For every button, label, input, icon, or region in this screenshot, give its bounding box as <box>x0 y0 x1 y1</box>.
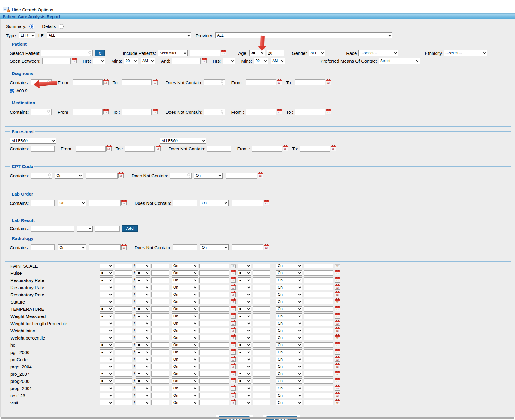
medication-from-input[interactable] <box>73 109 103 115</box>
vital-on2-select[interactable]: On <box>276 328 302 333</box>
calendar-icon[interactable] <box>335 400 340 405</box>
vital-value3-input[interactable] <box>253 270 270 276</box>
calendar-icon[interactable] <box>335 299 340 304</box>
calendar-icon[interactable] <box>335 357 340 362</box>
calendar-icon[interactable] <box>106 146 112 151</box>
radiology-dnc-on-select[interactable]: On <box>200 244 229 250</box>
vital-date1-input[interactable] <box>199 321 229 326</box>
vital-value2-input[interactable] <box>151 364 169 369</box>
vital-value3-input[interactable] <box>253 321 270 326</box>
vital-value1-input[interactable] <box>115 386 132 391</box>
vital-eq-select[interactable]: = <box>100 321 113 326</box>
vital-eq2-select[interactable]: = <box>136 278 150 283</box>
vital-on-select[interactable]: On <box>172 371 198 376</box>
calendar-icon[interactable] <box>231 350 236 355</box>
vital-eq2-select[interactable]: = <box>136 350 150 355</box>
vital-date2-input[interactable] <box>304 400 333 405</box>
vital-value2-input[interactable] <box>151 278 169 283</box>
vital-eq2-select[interactable]: = <box>136 400 150 405</box>
vital-eq2-select[interactable]: = <box>136 364 150 369</box>
provider-select[interactable]: ALL <box>215 32 392 38</box>
vital-date1-input[interactable] <box>199 357 229 362</box>
calendar-icon[interactable] <box>231 386 236 391</box>
vital-value1-input[interactable] <box>115 292 132 297</box>
mins-select-2[interactable]: 00 <box>254 58 268 64</box>
vital-eq-select[interactable]: = <box>100 350 113 355</box>
vital-eq3-select[interactable]: = <box>238 342 251 348</box>
vital-eq3-select[interactable]: = <box>238 378 251 384</box>
calendar-icon[interactable] <box>335 314 340 319</box>
ampm-select[interactable]: AM <box>141 58 155 64</box>
vital-value2-input[interactable] <box>151 335 169 340</box>
radiology-date-input[interactable] <box>89 244 121 250</box>
vital-on2-select[interactable]: On <box>276 314 302 319</box>
vital-value3-input[interactable] <box>253 393 270 398</box>
vital-on2-select[interactable]: On <box>276 378 302 384</box>
vital-on2-select[interactable]: On <box>276 357 302 362</box>
vital-on-select[interactable]: On <box>172 292 198 297</box>
vital-eq2-select[interactable]: = <box>136 378 150 384</box>
diagnosis-to-input[interactable] <box>122 80 152 86</box>
vital-on-select[interactable]: On <box>172 328 198 333</box>
vital-value2-input[interactable] <box>151 400 169 405</box>
calendar-icon[interactable] <box>231 314 236 319</box>
vital-date1-input[interactable] <box>199 299 229 304</box>
vital-on-select[interactable]: On <box>172 285 198 290</box>
vital-date2-input[interactable] <box>304 292 333 297</box>
vital-eq3-select[interactable]: = <box>238 306 251 312</box>
calendar-icon[interactable] <box>221 51 226 56</box>
lab-order-date-input[interactable] <box>89 200 121 206</box>
calendar-icon[interactable] <box>277 80 282 85</box>
vital-eq3-select[interactable]: = <box>238 371 251 376</box>
calendar-icon[interactable] <box>335 264 340 268</box>
calendar-icon[interactable] <box>335 393 340 398</box>
diagnosis-dnc-from-input[interactable] <box>246 80 276 86</box>
include-patients-select[interactable]: Seen After <box>158 50 188 56</box>
vital-on2-select[interactable]: On <box>276 393 302 398</box>
vital-on2-select[interactable]: On <box>276 364 302 369</box>
vital-value2-input[interactable] <box>151 371 169 376</box>
vital-eq3-select[interactable]: = <box>238 364 251 369</box>
vital-date1-input[interactable] <box>199 378 229 384</box>
calendar-icon[interactable] <box>231 321 236 326</box>
facesheet-dnc-from-input[interactable] <box>252 146 282 152</box>
facesheet-from-input[interactable] <box>76 146 106 152</box>
vital-on-select[interactable]: On <box>172 299 198 304</box>
vital-date1-input[interactable] <box>199 270 229 276</box>
vital-on2-select[interactable]: On <box>276 292 302 297</box>
vital-value2-input[interactable] <box>151 350 169 355</box>
vital-date2-input[interactable] <box>304 306 333 312</box>
vital-value2-input[interactable] <box>151 285 169 290</box>
vital-date2-input[interactable] <box>304 285 333 290</box>
calendar-icon[interactable] <box>231 285 236 290</box>
vital-value3-input[interactable] <box>253 364 270 369</box>
vital-value3-input[interactable] <box>253 400 270 405</box>
vital-date1-input[interactable] <box>199 292 229 297</box>
vital-on-select[interactable]: On <box>172 400 198 405</box>
vital-eq3-select[interactable]: = <box>238 400 251 405</box>
radiology-dnc-input[interactable] <box>173 244 197 250</box>
vital-eq-select[interactable]: = <box>100 292 113 297</box>
vital-value3-input[interactable] <box>253 292 270 297</box>
vital-value2-input[interactable] <box>151 292 169 297</box>
vital-on2-select[interactable]: On <box>276 335 302 340</box>
radiology-dnc-date-input[interactable] <box>232 244 263 250</box>
calendar-icon[interactable] <box>258 173 263 178</box>
cpt-dnc-on-select[interactable]: On <box>194 172 223 178</box>
calendar-icon[interactable] <box>231 343 236 347</box>
vital-date2-input[interactable] <box>304 328 333 333</box>
vital-on-select[interactable]: On <box>172 270 198 276</box>
bottom-scrollbar[interactable] <box>1 417 514 419</box>
cpt-on-select[interactable]: On <box>55 172 83 178</box>
calendar-icon[interactable] <box>335 278 340 283</box>
vital-date1-input[interactable] <box>199 371 229 376</box>
facesheet-to-input[interactable] <box>125 146 155 152</box>
vital-value1-input[interactable] <box>115 393 132 398</box>
vital-value1-input[interactable] <box>115 264 132 268</box>
lab-result-value-input[interactable] <box>95 226 120 232</box>
calendar-icon[interactable] <box>231 278 236 283</box>
vital-date2-input[interactable] <box>304 278 333 283</box>
race-select[interactable]: ---select--- <box>358 50 398 56</box>
vital-eq2-select[interactable]: = <box>136 357 150 362</box>
diagnosis-code-checkbox[interactable] <box>10 89 14 93</box>
